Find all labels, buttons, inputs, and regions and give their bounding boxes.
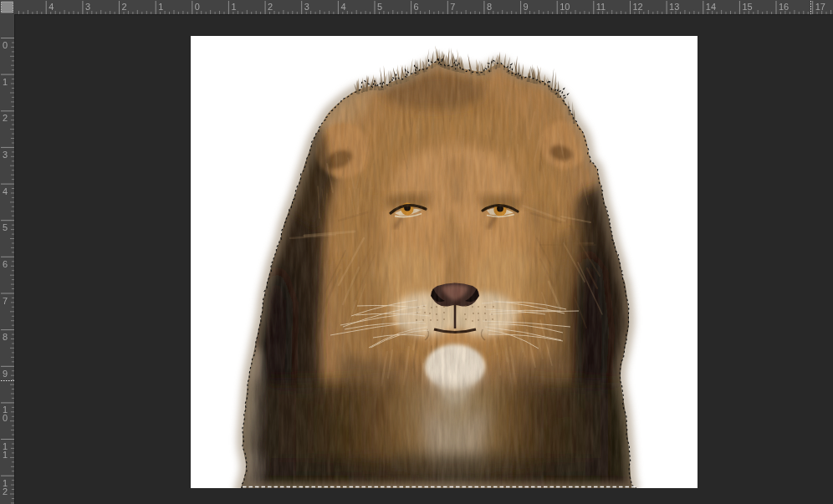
svg-text:12: 12 (633, 2, 643, 12)
svg-text:0: 0 (3, 40, 8, 50)
svg-text:7: 7 (450, 2, 455, 12)
svg-text:6: 6 (414, 2, 419, 12)
svg-text:4: 4 (340, 2, 345, 12)
svg-text:8: 8 (487, 2, 492, 12)
svg-text:3: 3 (85, 2, 90, 12)
svg-text:1: 1 (3, 77, 8, 87)
svg-text:17: 17 (815, 2, 825, 12)
svg-text:0: 0 (3, 413, 8, 423)
svg-text:10: 10 (560, 2, 570, 12)
svg-text:8: 8 (3, 332, 8, 342)
svg-text:2: 2 (122, 2, 127, 12)
svg-text:14: 14 (706, 2, 716, 12)
svg-text:6: 6 (3, 259, 8, 269)
svg-text:16: 16 (779, 2, 789, 12)
svg-text:9: 9 (3, 369, 8, 379)
svg-text:1: 1 (231, 2, 236, 12)
svg-text:13: 13 (669, 2, 679, 12)
svg-text:7: 7 (3, 296, 8, 306)
svg-text:3: 3 (304, 2, 309, 12)
svg-text:4: 4 (3, 186, 8, 196)
svg-text:1: 1 (158, 2, 163, 12)
svg-text:5: 5 (377, 2, 382, 12)
svg-text:1: 1 (3, 450, 8, 460)
svg-text:5: 5 (3, 222, 8, 232)
svg-text:2: 2 (268, 2, 273, 12)
svg-text:2: 2 (3, 486, 8, 496)
svg-text:0: 0 (195, 2, 200, 12)
svg-text:3: 3 (3, 150, 8, 160)
svg-text:2: 2 (3, 113, 8, 123)
svg-text:15: 15 (742, 2, 752, 12)
svg-text:9: 9 (524, 2, 529, 12)
svg-text:11: 11 (596, 2, 606, 12)
svg-text:4: 4 (49, 2, 54, 12)
